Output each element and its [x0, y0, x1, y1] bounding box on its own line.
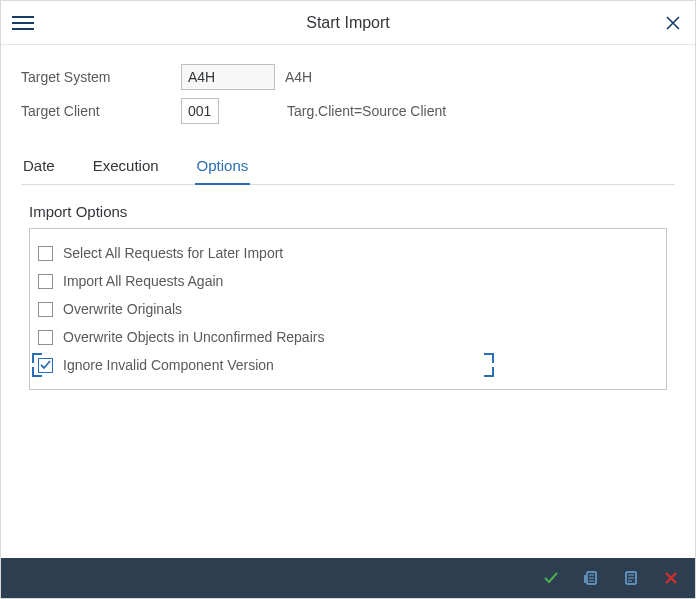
- option-row: Select All Requests for Later Import: [38, 239, 658, 267]
- tab-options[interactable]: Options: [195, 151, 251, 184]
- dialog-content: Target System A4H Target Client Targ.Cli…: [1, 45, 695, 558]
- focus-bracket: [32, 367, 42, 377]
- option-label: Select All Requests for Later Import: [63, 245, 283, 261]
- menu-icon[interactable]: [9, 9, 37, 37]
- checkbox-overwrite-originals[interactable]: [38, 302, 53, 317]
- option-label: Import All Requests Again: [63, 273, 223, 289]
- cancel-button[interactable]: [661, 568, 681, 588]
- focus-bracket: [484, 353, 494, 363]
- titlebar: Start Import: [1, 1, 695, 45]
- target-client-label: Target Client: [21, 103, 181, 119]
- checkbox-overwrite-unconfirmed[interactable]: [38, 330, 53, 345]
- tab-strip: Date Execution Options: [21, 151, 675, 185]
- target-system-row: Target System A4H: [21, 63, 675, 91]
- footer-toolbar: [1, 558, 695, 598]
- check-icon: [543, 570, 559, 586]
- transport-list-button[interactable]: [581, 568, 601, 588]
- cancel-icon: [664, 571, 678, 585]
- option-row: Import All Requests Again: [38, 267, 658, 295]
- tab-execution[interactable]: Execution: [91, 151, 161, 184]
- target-client-row: Target Client Targ.Client=Source Client: [21, 97, 675, 125]
- focus-bracket: [32, 353, 42, 363]
- target-client-description: Targ.Client=Source Client: [287, 103, 446, 119]
- target-system-input[interactable]: [181, 64, 275, 90]
- confirm-button[interactable]: [541, 568, 561, 588]
- target-system-label: Target System: [21, 69, 181, 85]
- option-label: Overwrite Originals: [63, 301, 182, 317]
- close-button[interactable]: [659, 9, 687, 37]
- option-row: Overwrite Objects in Unconfirmed Repairs: [38, 323, 658, 351]
- dialog-window: Start Import Target System A4H Target Cl…: [0, 0, 696, 599]
- option-label: Overwrite Objects in Unconfirmed Repairs: [63, 329, 324, 345]
- import-options-heading: Import Options: [29, 203, 675, 220]
- transport-list-icon: [583, 570, 599, 586]
- option-row: Ignore Invalid Component Version: [38, 351, 658, 379]
- transport-doc-icon: [623, 570, 639, 586]
- checkbox-import-all-again[interactable]: [38, 274, 53, 289]
- option-row: Overwrite Originals: [38, 295, 658, 323]
- import-options-group: Select All Requests for Later Import Imp…: [29, 228, 667, 390]
- dialog-title: Start Import: [37, 14, 659, 32]
- checkbox-select-all-requests[interactable]: [38, 246, 53, 261]
- target-client-input[interactable]: [181, 98, 219, 124]
- focus-bracket: [484, 367, 494, 377]
- transport-doc-button[interactable]: [621, 568, 641, 588]
- option-label: Ignore Invalid Component Version: [63, 357, 274, 373]
- tab-date[interactable]: Date: [21, 151, 57, 184]
- target-system-description: A4H: [285, 69, 312, 85]
